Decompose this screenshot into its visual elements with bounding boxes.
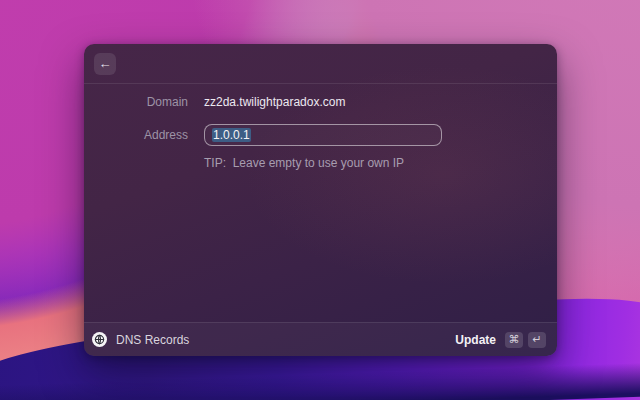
domain-value: zz2da.twilightparadox.com [204,95,345,109]
back-arrow-icon: ← [99,57,112,70]
return-key-icon: ↵ [528,332,546,348]
address-label: Address [84,128,188,142]
update-label: Update [455,333,496,347]
domain-row: Domain zz2da.twilightparadox.com [84,94,557,110]
desktop: { "window": { "header": { "back_icon": "… [0,0,640,400]
globe-icon [92,332,107,347]
footer-bar: DNS Records Update ⌘ ↵ [84,322,557,356]
window-header: ← [84,44,557,84]
form: Domain zz2da.twilightparadox.com Address… [84,84,557,172]
address-row: Address 1.0.0.1 [84,124,557,146]
back-button[interactable]: ← [94,53,116,75]
tip-text: TIP: Leave empty to use your own IP [204,156,557,172]
address-selected-text: 1.0.0.1 [212,128,251,142]
extension-name: DNS Records [116,333,189,347]
dns-records-window: ← Domain zz2da.twilightparadox.com Addre… [84,44,557,356]
domain-label: Domain [84,95,188,109]
command-key-icon: ⌘ [505,332,523,348]
footer-app-info: DNS Records [92,332,452,347]
address-input[interactable]: 1.0.0.1 [204,124,442,146]
update-action-button[interactable]: Update ⌘ ↵ [452,330,549,350]
